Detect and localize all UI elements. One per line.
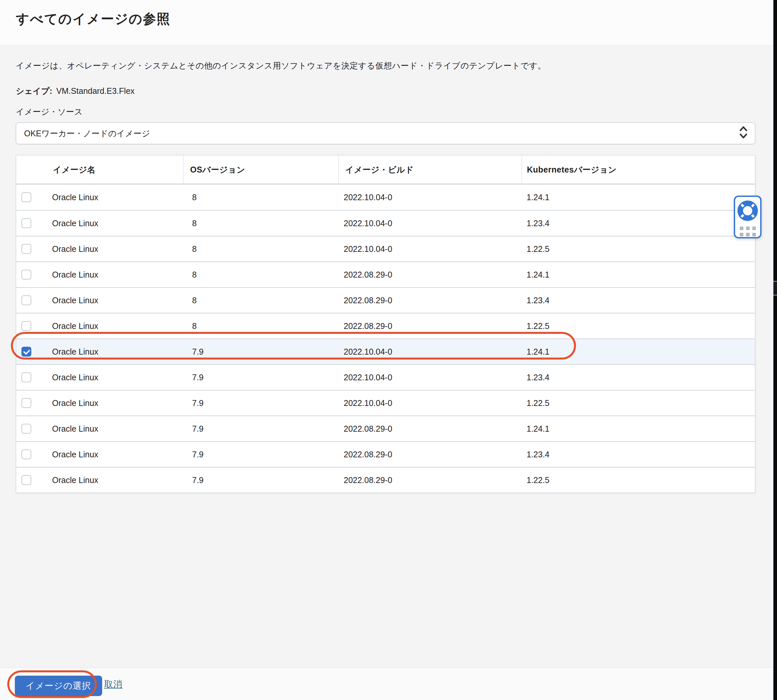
cancel-link[interactable]: 取消 <box>104 678 123 690</box>
kubernetes-version-cell: 1.23.4 <box>521 288 755 313</box>
table-row[interactable]: Oracle Linux 7.9 2022.08.29-0 1.23.4 <box>16 441 755 467</box>
row-checkbox[interactable] <box>22 347 31 357</box>
os-version-cell: 8 <box>183 288 338 313</box>
row-checkbox[interactable] <box>22 450 31 459</box>
kubernetes-version-cell: 1.24.1 <box>521 262 755 287</box>
image-name-cell: Oracle Linux <box>52 450 98 459</box>
kubernetes-version-cell: 1.23.4 <box>521 365 755 390</box>
image-build-cell: 2022.08.29-0 <box>338 468 521 493</box>
chevron-up-down-icon <box>739 125 748 141</box>
table-row[interactable]: Oracle Linux 8 2022.10.04-0 1.23.4 <box>16 210 755 236</box>
image-name-cell: Oracle Linux <box>52 322 98 331</box>
image-build-cell: 2022.08.29-0 <box>338 416 521 441</box>
image-build-cell: 2022.08.29-0 <box>338 313 521 338</box>
image-build-cell: 2022.10.04-0 <box>338 184 521 210</box>
image-source-select[interactable]: OKEワーカー・ノードのイメージ <box>16 122 755 144</box>
image-description-text: イメージは、オペレーティング・システムとその他のインスタンス用ソフトウェアを決定… <box>16 60 755 71</box>
image-name-cell: Oracle Linux <box>52 193 98 202</box>
page-title: すべてのイメージの参照 <box>16 10 777 28</box>
dialog-header: すべてのイメージの参照 <box>0 0 777 45</box>
image-build-cell: 2022.10.04-0 <box>338 237 521 262</box>
kubernetes-version-cell: 1.23.4 <box>521 442 755 467</box>
table-row[interactable]: Oracle Linux 7.9 2022.08.29-0 1.24.1 <box>16 415 755 441</box>
os-version-cell: 8 <box>183 237 338 262</box>
table-header-row: イメージ名 OSバージョン イメージ・ビルド Kubernetesバージョン <box>16 155 755 184</box>
image-name-cell: Oracle Linux <box>52 475 98 485</box>
image-name-cell: Oracle Linux <box>52 347 98 357</box>
image-source-selected-value: OKEワーカー・ノードのイメージ <box>24 128 150 139</box>
os-version-cell: 7.9 <box>183 390 338 415</box>
os-version-cell: 8 <box>183 313 338 338</box>
lifebuoy-icon <box>737 200 759 223</box>
image-name-cell: Oracle Linux <box>52 270 98 280</box>
kubernetes-version-cell: 1.22.5 <box>521 237 755 262</box>
image-build-cell: 2022.10.04-0 <box>338 339 521 364</box>
image-name-cell: Oracle Linux <box>52 398 98 408</box>
kubernetes-version-cell: 1.22.5 <box>521 468 755 493</box>
os-version-cell: 7.9 <box>183 339 338 364</box>
os-version-cell: 8 <box>183 211 338 236</box>
row-checkbox[interactable] <box>22 475 31 485</box>
row-checkbox[interactable] <box>22 372 31 382</box>
row-checkbox[interactable] <box>22 398 31 408</box>
image-build-cell: 2022.08.29-0 <box>338 262 521 287</box>
kubernetes-version-cell: 1.22.5 <box>521 313 755 338</box>
column-header-image-name: イメージ名 <box>16 155 183 184</box>
os-version-cell: 7.9 <box>183 442 338 467</box>
row-checkbox[interactable] <box>22 321 31 331</box>
row-checkbox[interactable] <box>22 244 31 254</box>
row-checkbox[interactable] <box>22 270 31 280</box>
image-name-cell: Oracle Linux <box>52 296 98 305</box>
shape-value: VM.Standard.E3.Flex <box>56 86 135 95</box>
images-table: イメージ名 OSバージョン イメージ・ビルド Kubernetesバージョン O… <box>16 155 755 493</box>
help-widget[interactable] <box>734 196 762 238</box>
kubernetes-version-cell: 1.24.1 <box>521 416 755 441</box>
os-version-cell: 7.9 <box>183 416 338 441</box>
dialog-body: イメージは、オペレーティング・システムとその他のインスタンス用ソフトウェアを決定… <box>0 46 777 667</box>
os-version-cell: 8 <box>183 262 338 287</box>
table-row[interactable]: Oracle Linux 8 2022.08.29-0 1.24.1 <box>16 262 755 287</box>
image-build-cell: 2022.08.29-0 <box>338 442 521 467</box>
kubernetes-version-cell: 1.23.4 <box>521 211 755 236</box>
column-header-image-build: イメージ・ビルド <box>338 155 521 184</box>
table-row[interactable]: Oracle Linux 7.9 2022.10.04-0 1.22.5 <box>16 390 755 415</box>
row-checkbox[interactable] <box>22 218 31 228</box>
table-row[interactable]: Oracle Linux 8 2022.10.04-0 1.22.5 <box>16 236 755 262</box>
kubernetes-version-cell: 1.22.5 <box>521 390 755 415</box>
image-build-cell: 2022.10.04-0 <box>338 211 521 236</box>
kubernetes-version-cell: 1.24.1 <box>521 339 755 364</box>
six-dot-drag-handle-icon[interactable] <box>740 227 756 237</box>
shape-line: シェイプ:VM.Standard.E3.Flex <box>16 86 755 97</box>
table-row[interactable]: Oracle Linux 7.9 2022.10.04-0 1.23.4 <box>16 364 755 390</box>
os-version-cell: 7.9 <box>183 365 338 390</box>
table-body: Oracle Linux 8 2022.10.04-0 1.24.1 Oracl… <box>16 184 755 493</box>
image-source-label: イメージ・ソース <box>16 107 755 117</box>
table-row[interactable]: Oracle Linux 7.9 2022.10.04-0 1.24.1 <box>16 338 755 364</box>
image-build-cell: 2022.10.04-0 <box>338 390 521 415</box>
table-row[interactable]: Oracle Linux 8 2022.08.29-0 1.22.5 <box>16 313 755 338</box>
column-header-kubernetes-version: Kubernetesバージョン <box>521 155 755 184</box>
image-name-cell: Oracle Linux <box>52 218 98 228</box>
table-row[interactable]: Oracle Linux 8 2022.08.29-0 1.23.4 <box>16 287 755 313</box>
table-row[interactable]: Oracle Linux 7.9 2022.08.29-0 1.22.5 <box>16 467 755 493</box>
scrollbar-thumb[interactable] <box>774 281 777 296</box>
select-image-button[interactable]: イメージの選択 <box>15 676 102 696</box>
image-build-cell: 2022.08.29-0 <box>338 288 521 313</box>
image-name-cell: Oracle Linux <box>52 373 98 382</box>
table-row[interactable]: Oracle Linux 8 2022.10.04-0 1.24.1 <box>16 184 755 210</box>
image-name-cell: Oracle Linux <box>52 244 98 254</box>
dialog-footer: イメージの選択 取消 <box>0 667 777 700</box>
shape-label: シェイプ: <box>16 86 52 95</box>
row-checkbox[interactable] <box>22 424 31 433</box>
image-build-cell: 2022.10.04-0 <box>338 365 521 390</box>
image-name-cell: Oracle Linux <box>52 424 98 433</box>
os-version-cell: 7.9 <box>183 468 338 493</box>
os-version-cell: 8 <box>183 184 338 210</box>
row-checkbox[interactable] <box>22 295 31 305</box>
column-header-os-version: OSバージョン <box>183 155 338 184</box>
window-edge-scrollbar-track <box>774 0 777 700</box>
row-checkbox[interactable] <box>22 192 31 202</box>
kubernetes-version-cell: 1.24.1 <box>521 184 755 210</box>
